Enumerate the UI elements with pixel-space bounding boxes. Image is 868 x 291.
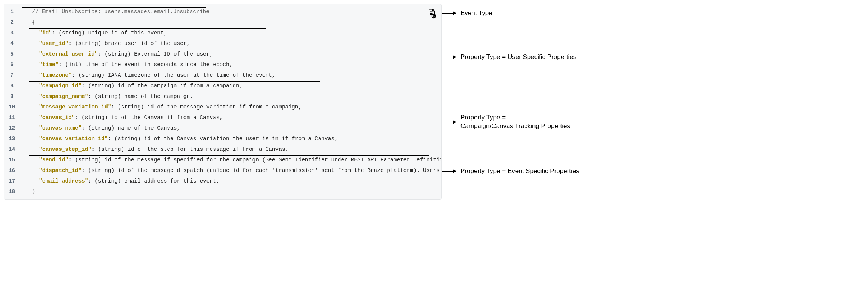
- code-line: "canvas_variation_id": (string) id of th…: [28, 133, 441, 144]
- code-value: : (string) name of the Canvas,: [82, 125, 180, 131]
- line-number: 11: [4, 112, 20, 123]
- code-value: : (string) id of the campaign if from a …: [82, 83, 242, 89]
- arrow-icon: [442, 13, 456, 14]
- code-key: "canvas_id": [39, 115, 75, 121]
- code-value: : (string) External ID of the user,: [98, 51, 213, 57]
- annotation-label: Property Type = User Specific Properties: [460, 53, 576, 62]
- annotation-label: Property Type = Event Specific Propertie…: [460, 167, 579, 176]
- code-line: "message_variation_id": (string) id of t…: [28, 102, 441, 112]
- code-key: "time": [39, 62, 58, 68]
- code-key: "campaign_name": [39, 93, 88, 99]
- code-value: : (string) id of the message dispatch (u…: [82, 167, 441, 173]
- line-number: 14: [4, 144, 20, 155]
- annotation-label: Event Type: [460, 9, 492, 18]
- annotation-campaign-properties: Property Type = Campaign/Canvas Tracking…: [442, 113, 570, 131]
- code-key: "timezone": [39, 72, 72, 78]
- code-key: "email_address": [39, 178, 88, 184]
- line-number: 16: [4, 165, 20, 176]
- code-line: "time": (int) time of the event in secon…: [28, 59, 441, 70]
- arrow-icon: [442, 57, 456, 57]
- code-line: "canvas_name": (string) name of the Canv…: [28, 123, 441, 133]
- line-number: 1: [4, 6, 20, 17]
- code-key: "canvas_variation_id": [39, 136, 108, 142]
- code-key: "canvas_step_id": [39, 146, 91, 152]
- code-key: "user_id": [39, 40, 68, 46]
- arrow-icon: [442, 171, 456, 172]
- line-number: 3: [4, 28, 20, 38]
- code-line: "campaign_name": (string) name of the ca…: [28, 91, 441, 102]
- line-number: 13: [4, 133, 20, 144]
- code-key: "send_id": [39, 157, 68, 163]
- code-value: : (string) id of the Canvas if from a Ca…: [75, 115, 223, 121]
- code-line: "canvas_step_id": (string) id of the ste…: [28, 144, 441, 155]
- code-key: "message_variation_id": [39, 104, 111, 110]
- code-body: // Email Unsubscribe: users.messages.ema…: [20, 4, 441, 199]
- code-key: "dispatch_id": [39, 167, 82, 173]
- code-value: : (string) braze user id of the user,: [68, 40, 190, 46]
- code-line: "canvas_id": (string) id of the Canvas i…: [28, 112, 441, 123]
- line-number: 6: [4, 59, 20, 70]
- line-number: 9: [4, 91, 20, 102]
- annotation-event-properties: Property Type = Event Specific Propertie…: [442, 167, 579, 176]
- code-key: "external_user_id": [39, 51, 98, 57]
- code-value: : (int) time of the event in seconds sin…: [58, 62, 232, 68]
- code-line: "id": (string) unique id of this event,: [28, 28, 441, 38]
- code-line: }: [28, 186, 441, 197]
- code-line: // Email Unsubscribe: users.messages.ema…: [28, 6, 441, 17]
- code-line: "dispatch_id": (string) id of the messag…: [28, 165, 441, 176]
- code-value: : (string) id of the step for this messa…: [91, 146, 288, 152]
- line-number: 10: [4, 102, 20, 112]
- line-number: 15: [4, 155, 20, 165]
- code-key: "canvas_name": [39, 125, 82, 131]
- arrow-icon: [442, 122, 456, 122]
- code-line: "user_id": (string) braze user id of the…: [28, 38, 441, 49]
- code-value: : (string) id of the Canvas variation th…: [108, 136, 338, 142]
- line-number: 7: [4, 70, 20, 80]
- line-number: 8: [4, 80, 20, 91]
- line-number: 4: [4, 38, 20, 49]
- code-value: : (string) id of the message if specifie…: [68, 157, 441, 163]
- code-value: : (string) id of the message variation i…: [111, 104, 302, 110]
- line-number: 12: [4, 123, 20, 133]
- code-value: : (string) name of the campaign,: [88, 93, 193, 99]
- code-key: "campaign_id": [39, 83, 82, 89]
- annotation-label: Property Type = Campaign/Canvas Tracking…: [460, 113, 570, 131]
- line-number: 17: [4, 176, 20, 186]
- code-comment: // Email Unsubscribe: users.messages.ema…: [32, 9, 209, 15]
- line-number: 18: [4, 186, 20, 197]
- code-panel: 123456789101112131415161718 // Email Uns…: [4, 4, 442, 200]
- line-number-gutter: 123456789101112131415161718: [4, 4, 20, 199]
- code-brace: }: [32, 189, 35, 195]
- line-number: 5: [4, 49, 20, 59]
- code-line: "campaign_id": (string) id of the campai…: [28, 80, 441, 91]
- code-key: "id": [39, 30, 52, 36]
- code-value: : (string) unique id of this event,: [52, 30, 167, 36]
- code-brace: {: [32, 19, 35, 25]
- code-value: : (string) IANA timezone of the user at …: [72, 72, 275, 78]
- code-line: "external_user_id": (string) External ID…: [28, 49, 441, 59]
- code-line: {: [28, 17, 441, 28]
- code-line: "send_id": (string) id of the message if…: [28, 155, 441, 165]
- annotation-user-properties: Property Type = User Specific Properties: [442, 53, 576, 62]
- code-line: "email_address": (string) email address …: [28, 176, 441, 186]
- code-value: : (string) email address for this event,: [88, 178, 220, 184]
- line-number: 2: [4, 17, 20, 28]
- annotation-event-type: Event Type: [442, 9, 492, 18]
- code-line: "timezone": (string) IANA timezone of th…: [28, 70, 441, 80]
